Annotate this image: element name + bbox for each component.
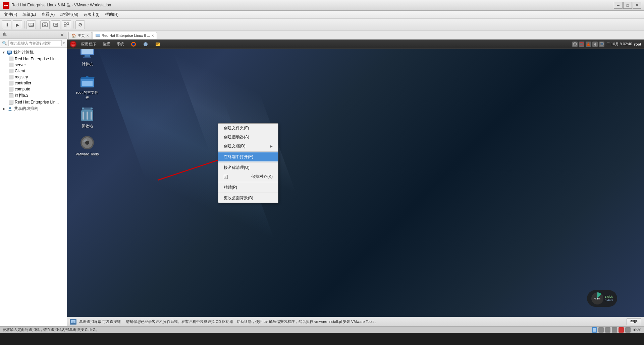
sidebar-item-redhat63[interactable]: 红帽6.3	[7, 92, 67, 99]
tab-bar: 🏠 主页 ✕ Red Hat Enterprise Linux 6 ... ✕	[67, 31, 644, 40]
svg-text:!: !	[588, 44, 588, 46]
vm-content-area[interactable]: 应用程序 位置 系统	[67, 40, 644, 317]
systray-icon-2[interactable]	[579, 42, 584, 47]
gnome-places-menu[interactable]: 位置	[101, 41, 112, 47]
tab-home-close[interactable]: ✕	[86, 34, 89, 38]
svg-point-5	[44, 24, 46, 26]
ctx-open-terminal[interactable]: 在终端中打开(E)	[218, 152, 278, 161]
sidebar-shared-vms[interactable]: ▶ 共享的虚拟机	[0, 105, 67, 112]
submenu-arrow-icon: ▶	[270, 144, 273, 148]
gnome-system-menu[interactable]: 系统	[115, 41, 126, 47]
ctx-create-doc[interactable]: 创建文档(D) ▶	[218, 142, 278, 151]
menu-tabs[interactable]: 选项卡(I)	[81, 11, 102, 18]
systray-network[interactable]	[572, 42, 578, 47]
main-area: 库 ✕ 🔍 ▾ ▼ 我的计算机 Red Ha	[0, 31, 644, 326]
close-button[interactable]: ✕	[633, 2, 641, 9]
ctx-sort-names[interactable]: 接名称清理(U)	[218, 163, 278, 172]
desktop-icon-vmtools[interactable]: VMware Tools	[74, 133, 101, 157]
sidebar-tree-children: Red Hat Enterprise Lin... server Client …	[0, 56, 67, 105]
app-icon: RH	[3, 2, 9, 9]
desktop-icon-home[interactable]: root 的主文件夹	[74, 71, 101, 101]
tray-icon-4[interactable]	[612, 327, 617, 333]
maximize-button[interactable]: □	[623, 2, 632, 9]
vm-viewport[interactable]: 应用程序 位置 系统	[67, 40, 644, 317]
linux-desktop[interactable]: 应用程序 位置 系统	[67, 40, 644, 317]
tray-icon-3[interactable]	[605, 327, 610, 333]
systray-icon-3[interactable]: !	[586, 42, 591, 47]
sidebar-item-label-registry: registry	[15, 75, 28, 79]
svg-rect-8	[64, 23, 66, 24]
sidebar-my-computer[interactable]: ▼ 我的计算机	[0, 49, 67, 56]
sidebar-item-registry[interactable]: registry	[7, 74, 67, 80]
trash-icon-label: 回收站	[82, 124, 93, 129]
menu-edit[interactable]: 编辑(E)	[20, 11, 39, 18]
sidebar-item-compute[interactable]: compute	[7, 86, 67, 92]
sidebar-item-server[interactable]: server	[7, 62, 67, 68]
hint-bar: 要将输入定向到虚拟机，请在虚拟机内部单击或按 Ctrl+G。 10:30	[0, 326, 644, 333]
systray-display[interactable]	[599, 42, 604, 47]
sidebar-item-rhel2[interactable]: Red Hat Enterprise Lin...	[7, 99, 67, 105]
ctx-create-launcher[interactable]: 创建启动器(A)...	[218, 133, 278, 142]
gnome-user[interactable]: root	[634, 42, 641, 46]
panel-icon-2[interactable]: G	[141, 41, 150, 48]
svg-rect-45	[91, 112, 92, 120]
sidebar-item-rhel[interactable]: Red Hat Enterprise Lin...	[7, 56, 67, 62]
dvd-icon	[79, 135, 95, 151]
tray-icon-6[interactable]	[625, 327, 631, 333]
sidebar-item-label-client: Client	[15, 69, 25, 73]
tray-icon-1[interactable]	[592, 327, 597, 333]
gnome-systray: !	[572, 42, 604, 47]
shared-label: 共享的虚拟机	[14, 106, 38, 112]
toolbar-pause[interactable]: ⏸	[2, 20, 11, 29]
gnome-clock[interactable]: 二 10月 9 02:40	[606, 42, 632, 47]
sidebar-item-label-rhel2: Red Hat Enterprise Lin...	[15, 100, 59, 105]
vmtools-label: VMware Tools	[76, 152, 99, 156]
help-button[interactable]: 帮助	[627, 318, 641, 325]
tab-home[interactable]: 🏠 主页 ✕	[68, 32, 92, 39]
tab-rhel[interactable]: Red Hat Enterprise Linux 6 ... ✕	[93, 32, 157, 39]
toolbar-snapshot[interactable]	[40, 20, 50, 29]
gnome-panel: 应用程序 位置 系统	[67, 40, 644, 49]
svg-rect-36	[85, 55, 90, 57]
tray-icon-5[interactable]	[619, 327, 624, 333]
ctx-paste[interactable]: 粘贴(P)	[218, 183, 278, 192]
desktop-icon-trash[interactable]: 回收站	[74, 105, 101, 130]
context-menu: 创建文件夹(F) 创建启动器(A)... 创建文档(D) ▶ 在终端中打开(E)	[218, 123, 278, 203]
gnome-apps-menu[interactable]: 应用程序	[79, 41, 98, 47]
vm-tab-icon	[96, 34, 100, 37]
firefox-launcher[interactable]	[129, 41, 138, 48]
windows-systray: 10:30	[592, 327, 641, 333]
menu-help[interactable]: 帮助(H)	[102, 11, 121, 18]
ctx-create-folder[interactable]: 创建文件夹(F)	[218, 124, 278, 133]
toolbar-fullscreen[interactable]	[51, 20, 60, 29]
title-bar: RH Red Hat Enterprise Linux 6 64 位 - VMw…	[0, 0, 644, 11]
sidebar-item-controller[interactable]: controller	[7, 80, 67, 86]
tray-icon-2[interactable]	[598, 327, 604, 333]
search-input[interactable]	[8, 40, 62, 46]
toolbar-settings[interactable]: ⚙	[75, 20, 85, 29]
minimize-button[interactable]: ─	[614, 2, 623, 9]
ctx-separator-2	[218, 162, 278, 162]
sidebar-close-button[interactable]: ✕	[60, 32, 64, 38]
tab-rhel-close[interactable]: ✕	[151, 34, 154, 38]
menu-vm[interactable]: 虚拟机(M)	[57, 11, 81, 18]
gnome-logo	[70, 41, 76, 48]
ctx-keep-aligned[interactable]: ✓ 保持对齐(K)	[218, 172, 278, 181]
toolbar-play[interactable]: ▶	[13, 20, 22, 29]
search-dropdown-icon[interactable]: ▾	[63, 41, 65, 45]
toolbar-send-ctrl[interactable]: Ctrl+Alt	[26, 20, 36, 29]
ctx-change-background[interactable]: 更改桌面背景(B)	[218, 194, 278, 203]
systray-volume[interactable]	[592, 42, 598, 47]
menu-view[interactable]: 查看(V)	[39, 11, 57, 18]
panel-icon-3[interactable]	[153, 41, 162, 48]
toolbar-unity[interactable]	[62, 20, 71, 29]
checkbox-icon: ✓	[224, 175, 228, 179]
shared-icon	[7, 106, 13, 112]
svg-rect-16	[96, 34, 100, 37]
sidebar-title: 库	[3, 32, 7, 38]
sidebar-item-client[interactable]: Client	[7, 68, 67, 74]
home-folder-icon	[79, 73, 95, 89]
menu-file[interactable]: 文件(F)	[1, 11, 20, 18]
window-controls: ─ □ ✕	[614, 2, 641, 9]
taskbar-time: 10:30	[632, 328, 641, 332]
